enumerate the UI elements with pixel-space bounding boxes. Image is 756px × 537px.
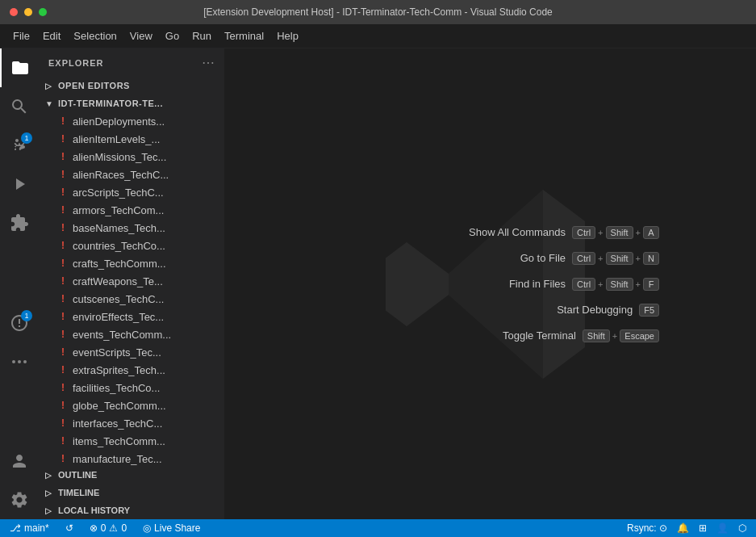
menu-file[interactable]: File [6,27,36,45]
key-f: F [643,278,659,291]
branch-name: main* [24,522,49,534]
list-item[interactable]: !cutscenes_TechC... [39,290,224,308]
menu-help[interactable]: Help [270,27,305,45]
list-item[interactable]: !craftWeapons_Te... [39,272,224,290]
file-warning-icon: ! [56,257,69,270]
project-section[interactable]: ▼ IDT-TERMINATOR-TE... [39,94,224,112]
list-item[interactable]: !alienRaces_TechC... [39,166,224,183]
activity-bottom [0,442,39,519]
shortcut-go-to-file-keys: Ctrl + Shift + N [572,252,659,265]
activity-files[interactable] [0,48,39,87]
window-title: [Extension Development Host] - IDT-Termi… [203,6,553,18]
file-warning-icon: ! [56,239,69,252]
close-btn[interactable] [10,8,18,16]
file-warning-icon: ! [56,363,69,376]
menu-selection[interactable]: Selection [67,27,123,45]
status-remote-badge[interactable]: ⬡ [735,522,750,534]
sidebar-title: Explorer [48,58,104,68]
status-branch[interactable]: ⎇ main* [6,522,52,534]
list-item[interactable]: !countries_TechCo... [39,237,224,254]
status-icon1[interactable]: 🔔 [674,522,692,534]
status-sync[interactable]: ↺ [62,522,77,534]
main-layout: 1 1 Explorer ⋯ [0,48,756,519]
file-name: alienMissions_Tec... [73,151,166,163]
shortcut-find-files: Find in Files Ctrl + Shift + F [469,278,659,291]
key-ctrl3: Ctrl [572,278,595,291]
activity-bar: 1 1 [0,48,39,519]
file-warning-icon: ! [56,186,69,199]
list-item[interactable]: !alienItemLevels_... [39,130,224,148]
activity-run[interactable] [0,165,39,203]
file-warning-icon: ! [56,399,69,412]
activity-account[interactable] [0,442,39,480]
file-warning-icon: ! [56,132,69,145]
menu-run[interactable]: Run [186,27,218,45]
activity-settings[interactable] [0,480,39,519]
outline-chevron: ▷ [45,471,58,480]
list-item[interactable]: !events_TechComm... [39,325,224,343]
list-item[interactable]: !eventScripts_Tec... [39,343,224,361]
titlebar: [Extension Development Host] - IDT-Termi… [0,0,756,24]
list-item[interactable]: !enviroEffects_Tec... [39,308,224,325]
shortcut-start-debugging: Start Debugging F5 [469,304,659,317]
outline-label: Outline [58,470,97,480]
live-share-icon: ◎ [143,522,151,534]
sidebar-menu-btn[interactable]: ⋯ [202,55,215,70]
status-errors[interactable]: ⊗ 0 ⚠ 0 [86,522,130,534]
remote-badge: 1 [21,310,32,321]
list-item[interactable]: !arcScripts_TechC... [39,183,224,201]
maximize-btn[interactable] [39,8,47,16]
file-name: interfaces_TechC... [73,417,162,430]
list-item[interactable]: !globe_TechComm... [39,396,224,414]
list-item[interactable]: !baseNames_Tech... [39,219,224,237]
open-editors-section[interactable]: ▷ Open Editors [39,77,224,94]
file-warning-icon: ! [56,292,69,305]
list-item[interactable]: !facilities_TechCo... [39,379,224,396]
file-warning-icon: ! [56,275,69,287]
file-name: craftWeapons_Te... [73,275,163,287]
menu-terminal[interactable]: Terminal [218,27,270,45]
list-item[interactable]: !armors_TechCom... [39,201,224,219]
menu-view[interactable]: View [123,27,159,45]
file-warning-icon: ! [56,328,69,341]
list-item[interactable]: !interfaces_TechC... [39,414,224,432]
local-history-label: Local History [58,506,130,515]
branch-icon: ⎇ [10,522,21,534]
open-editors-chevron: ▷ [45,82,58,90]
welcome-shortcuts: Show All Commands Ctrl + Shift + A Go to… [469,226,659,342]
timeline-section[interactable]: ▷ Timeline [39,484,224,501]
shortcut-start-debugging-label: Start Debugging [557,304,633,316]
error-count: 0 [101,522,107,534]
menubar: File Edit Selection View Go Run Terminal… [0,24,756,48]
svg-point-2 [23,360,27,363]
activity-search[interactable] [0,87,39,126]
local-history-section[interactable]: ▷ Local History [39,501,224,519]
open-editors-label: Open Editors [58,81,130,90]
editor-area: Show All Commands Ctrl + Shift + A Go to… [224,48,756,519]
file-name: globe_TechComm... [73,400,166,412]
list-item[interactable]: !crafts_TechComm... [39,254,224,272]
outline-section[interactable]: ▷ Outline [39,466,224,484]
live-share-label: Live Share [154,522,200,534]
activity-source-control[interactable]: 1 [0,126,39,165]
activity-more[interactable] [0,342,39,381]
list-item[interactable]: !alienDeployments... [39,112,224,130]
status-rsync[interactable]: Rsync: ⊙ [624,522,670,534]
list-item[interactable]: !alienMissions_Tec... [39,148,224,166]
file-warning-icon: ! [56,452,69,465]
status-icon3[interactable]: 👤 [713,522,732,534]
minimize-btn[interactable] [24,8,32,16]
activity-remote[interactable]: 1 [0,304,39,342]
status-live-share[interactable]: ◎ Live Share [140,522,203,534]
list-item[interactable]: !manufacture_Tec... [39,450,224,466]
key-a: A [643,226,659,239]
list-item[interactable]: !extraSprites_Tech... [39,361,224,379]
local-history-chevron: ▷ [45,506,58,515]
status-icon2[interactable]: ⊞ [695,522,710,534]
list-item[interactable]: !items_TechComm... [39,432,224,450]
file-name: alienItemLevels_... [73,133,160,145]
file-warning-icon: ! [56,221,69,234]
menu-go[interactable]: Go [159,27,186,45]
menu-edit[interactable]: Edit [36,27,67,45]
activity-extensions[interactable] [0,203,39,242]
